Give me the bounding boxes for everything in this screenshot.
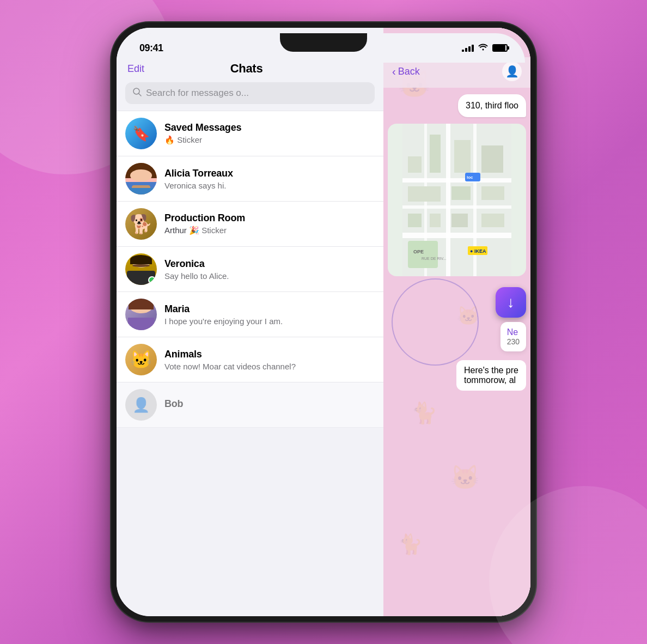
svg-rect-12	[402, 233, 511, 238]
chat-name: Saved Messages	[164, 122, 375, 133]
chat-sender: Arthur	[164, 226, 187, 235]
svg-rect-23	[408, 214, 422, 227]
chat-info: Maria I hope you're enjoying your I am.	[164, 303, 375, 326]
chat-name: Production Room	[164, 212, 375, 224]
svg-rect-19	[481, 145, 503, 173]
chat-info: Bob	[164, 398, 375, 411]
back-label: Back	[398, 66, 420, 77]
search-bar[interactable]: Search for messages o...	[125, 82, 375, 104]
list-item[interactable]: Alicia Torreaux Veronica says hi.	[117, 156, 383, 202]
svg-rect-22	[481, 186, 504, 200]
chat-name: Veronica	[164, 258, 375, 270]
preview-name: Ne	[507, 327, 520, 337]
svg-rect-16	[408, 156, 422, 173]
saved-messages-icon: 🔖	[132, 125, 150, 142]
bottom-text-2: tommorow, al	[464, 375, 516, 385]
phone-screen: 09:41	[117, 28, 530, 616]
signal-icon	[462, 44, 474, 52]
svg-text:RUE DE RIV...: RUE DE RIV...	[422, 257, 446, 260]
chat-info: Saved Messages 🔥 Sticker	[164, 122, 375, 145]
chats-title: Chats	[230, 62, 263, 76]
svg-rect-10	[402, 178, 511, 183]
preview-card: Ne 230	[500, 322, 526, 351]
chat-preview: Say hello to Alice.	[164, 271, 375, 281]
chat-preview: Veronica says hi.	[164, 181, 375, 190]
avatar-alicia	[125, 163, 157, 195]
list-item[interactable]: 🐱 Animals Vote now! Moar cat videos chan…	[117, 337, 383, 382]
chat-info: Veronica Say hello to Alice.	[164, 258, 375, 281]
svg-rect-17	[430, 135, 441, 173]
svg-line-1	[139, 94, 142, 96]
address-text: 310, third floo	[466, 101, 518, 110]
list-item[interactable]: 🔖 Saved Messages 🔥 Sticker	[117, 111, 383, 156]
phone-wrapper: 09:41	[111, 22, 536, 622]
list-item[interactable]: 🐕 Production Room Arthur 🎉 Sticker	[117, 202, 383, 247]
search-placeholder-text: Search for messages o...	[146, 88, 249, 99]
chat-list: 🔖 Saved Messages 🔥 Sticker	[117, 111, 383, 616]
notch	[280, 33, 367, 52]
avatar-maria	[125, 299, 157, 330]
map-visual: OPE ● IKEA RUE DE RIV... loc	[388, 124, 526, 276]
chat-info: Alicia Torreaux Veronica says hi.	[164, 168, 375, 190]
status-time: 09:41	[139, 42, 163, 54]
list-item[interactable]: Maria I hope you're enjoying your I am.	[117, 292, 383, 337]
chat-info: Production Room Arthur 🎉 Sticker	[164, 212, 375, 235]
chats-panel: Edit Chats Search for messages o... �	[117, 28, 383, 616]
chat-name: Bob	[164, 398, 375, 410]
bottom-message: Here's the pre tommorow, al	[456, 360, 526, 391]
address-bubble: 310, third floo	[458, 94, 526, 117]
chat-info: Animals Vote now! Moar cat videos channe…	[164, 349, 375, 371]
chat-name: Alicia Torreaux	[164, 168, 375, 179]
chat-messages: 310, third floo	[383, 88, 530, 616]
wifi-icon	[478, 43, 488, 53]
map-container: OPE ● IKEA RUE DE RIV... loc	[388, 124, 526, 276]
status-icons	[462, 43, 508, 53]
battery-icon	[492, 44, 508, 52]
chat-name: Animals	[164, 349, 375, 360]
svg-rect-20	[408, 186, 441, 202]
bottom-text-1: Here's the pre	[464, 366, 518, 375]
list-item[interactable]: Veronica Say hello to Alice.	[117, 247, 383, 292]
chat-sticker-preview: 🎉 Sticker	[189, 226, 227, 235]
chat-preview: Vote now! Moar cat videos channel?	[164, 362, 375, 371]
avatar-animals: 🐱	[125, 344, 157, 375]
chat-panel: 🐱 🐱 🐈 🐱 🐈 🐱 🐈 ‹ Back	[383, 28, 530, 616]
svg-text:● IKEA: ● IKEA	[470, 248, 486, 254]
svg-rect-18	[454, 140, 471, 173]
svg-text:loc: loc	[467, 175, 473, 180]
chevron-left-icon: ‹	[392, 66, 396, 77]
avatar-saved: 🔖	[125, 118, 157, 149]
svg-rect-27	[408, 241, 438, 268]
avatar-veronica	[125, 253, 157, 285]
download-icon: ↓	[507, 295, 515, 310]
svg-rect-11	[402, 205, 511, 209]
svg-rect-26	[481, 214, 504, 227]
back-button[interactable]: ‹ Back	[392, 66, 420, 77]
svg-rect-21	[451, 186, 471, 200]
search-icon	[133, 88, 142, 99]
svg-text:OPE: OPE	[413, 249, 424, 254]
svg-rect-24	[430, 214, 441, 227]
chat-preview: 🔥 Sticker	[164, 135, 375, 145]
chat-name: Maria	[164, 303, 375, 315]
list-item[interactable]: 👤 Bob	[117, 382, 383, 428]
preview-count: 230	[507, 337, 520, 346]
chat-preview: Arthur 🎉 Sticker	[164, 226, 375, 235]
edit-button[interactable]: Edit	[127, 63, 144, 75]
svg-rect-13	[446, 124, 450, 276]
svg-rect-25	[451, 214, 468, 227]
chat-preview: I hope you're enjoying your I am.	[164, 317, 375, 326]
online-indicator	[148, 276, 156, 284]
avatar-bob: 👤	[125, 389, 157, 421]
avatar-production: 🐕	[125, 208, 157, 240]
download-button[interactable]: ↓	[496, 287, 526, 318]
